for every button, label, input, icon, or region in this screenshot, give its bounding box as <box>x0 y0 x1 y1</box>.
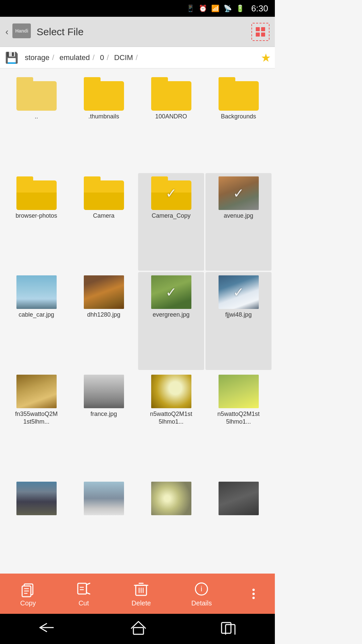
file-item-parent[interactable]: .. <box>3 74 69 172</box>
svg-text:i: i <box>201 585 202 593</box>
status-bar: 📱 ⏰ 📶 📡 🔋 6:30 <box>0 0 275 17</box>
file-item-sun[interactable] <box>138 478 204 568</box>
image-thumbnail <box>16 275 57 309</box>
breadcrumb: 💾 storage emulated 0 DCIM ★ <box>0 47 275 68</box>
home-icon <box>130 620 147 635</box>
recents-icon <box>220 621 238 635</box>
breadcrumb-storage[interactable]: storage <box>22 52 57 63</box>
file-label: .. <box>35 113 38 120</box>
cut-icon <box>76 581 91 597</box>
file-item-fn355[interactable]: fn355wattoQ2M1st5lhm... <box>3 371 69 477</box>
file-label: 100ANDRO <box>155 113 187 120</box>
file-item-browser-photos[interactable]: browser-photos <box>3 173 69 271</box>
file-item-camera[interactable]: Camera <box>71 173 137 271</box>
image-thumbnail: ✓ <box>219 275 259 309</box>
image-thumbnail <box>16 375 57 408</box>
file-item-penguins[interactable] <box>71 478 137 568</box>
svg-line-7 <box>86 593 90 594</box>
delete-label: Delete <box>131 599 151 607</box>
image-thumbnail <box>84 482 124 515</box>
copy-label: Copy <box>20 599 36 607</box>
wifi-icon: 📶 <box>211 4 220 12</box>
grid-icon <box>254 25 267 39</box>
file-label: fn355wattoQ2M1st5lhm... <box>15 410 58 426</box>
svg-rect-20 <box>133 628 143 634</box>
image-thumbnail: ✓ <box>219 176 259 210</box>
image-thumbnail <box>84 375 124 408</box>
folder-open-icon <box>84 176 124 210</box>
file-item-avenue[interactable]: ✓ avenue.jpg <box>205 173 272 271</box>
image-thumbnail <box>84 275 124 309</box>
folder-icon <box>16 77 57 111</box>
file-label: browser-photos <box>15 212 57 220</box>
folder-icon <box>219 77 259 111</box>
file-item-dark[interactable] <box>205 478 272 568</box>
details-button[interactable]: i Details <box>191 581 212 607</box>
more-button[interactable] <box>252 589 255 599</box>
grid-toggle-button[interactable] <box>251 23 269 41</box>
back-button[interactable]: ‹ <box>5 26 8 37</box>
battery-icon: 🔋 <box>236 4 244 12</box>
file-label: n5wattoQ2M1st5lhmo1... <box>149 410 193 426</box>
file-label: Backgrounds <box>221 113 256 120</box>
copy-button[interactable]: Copy <box>20 581 36 607</box>
cut-button[interactable]: Cut <box>76 581 91 607</box>
folder-icon <box>84 77 124 111</box>
file-label: cable_car.jpg <box>18 311 54 319</box>
bottom-toolbar: Copy Cut Delete i Details <box>0 574 275 614</box>
image-thumbnail <box>151 482 191 515</box>
nav-recents-button[interactable] <box>220 621 238 637</box>
file-item-backgrounds[interactable]: Backgrounds <box>205 74 272 172</box>
folder-thumb-label: Handi <box>15 28 28 34</box>
grid-dot <box>256 33 260 37</box>
nav-home-button[interactable] <box>130 620 147 638</box>
file-item-evergreen[interactable]: ✓ evergreen.jpg <box>138 272 204 370</box>
file-grid: .. .thumbnails 100ANDRO Backgrounds brow… <box>0 68 275 574</box>
file-item-road[interactable] <box>3 478 69 568</box>
signal-icon: 📡 <box>224 4 232 12</box>
file-label: n5wattoQ2M1st5lhmo1... <box>217 410 260 426</box>
details-icon: i <box>194 581 209 597</box>
file-item-france[interactable]: france.jpg <box>71 371 137 477</box>
file-label: france.jpg <box>90 410 117 418</box>
file-item-dhh1280[interactable]: dhh1280.jpg <box>71 272 137 370</box>
folder-open-icon <box>16 176 57 210</box>
breadcrumb-0[interactable]: 0 <box>97 52 111 63</box>
file-item-n5watto2[interactable]: n5wattoQ2M1st5lhmo1... <box>205 371 272 477</box>
breadcrumb-emulated[interactable]: emulated <box>57 52 98 63</box>
sd-card-icon: 💾 <box>4 50 19 65</box>
file-label: Camera <box>93 212 114 220</box>
file-item-camera-copy[interactable]: ✓ Camera_Copy <box>138 173 204 271</box>
file-label: dhh1280.jpg <box>87 311 120 319</box>
file-item-100andro[interactable]: 100ANDRO <box>138 74 204 172</box>
image-thumbnail <box>219 482 259 515</box>
grid-dot <box>261 27 265 31</box>
copy-icon <box>21 581 36 597</box>
delete-icon <box>134 581 148 597</box>
status-time: 6:30 <box>251 3 268 14</box>
app-header: ‹ Handi Select File <box>0 17 275 47</box>
nav-back-button[interactable] <box>37 621 57 637</box>
phone-icon: 📱 <box>186 4 195 12</box>
svg-rect-5 <box>78 583 86 594</box>
image-thumbnail: ✓ <box>151 275 191 309</box>
svg-line-6 <box>86 583 90 585</box>
grid-dot <box>261 33 265 37</box>
navigation-bar <box>0 614 275 644</box>
clock-icon: ⏰ <box>199 4 207 12</box>
more-icon <box>252 589 255 599</box>
breadcrumb-dcim[interactable]: DCIM <box>112 52 140 63</box>
image-thumbnail <box>16 482 57 515</box>
image-thumbnail <box>151 375 191 408</box>
details-label: Details <box>191 599 212 607</box>
file-label: fjjwi48.jpg <box>225 311 252 319</box>
file-item-fjjwi48[interactable]: ✓ fjjwi48.jpg <box>205 272 272 370</box>
image-thumbnail <box>219 375 259 408</box>
delete-button[interactable]: Delete <box>131 581 151 607</box>
file-item-cable-car[interactable]: cable_car.jpg <box>3 272 69 370</box>
bookmark-star[interactable]: ★ <box>261 51 271 64</box>
file-label: evergreen.jpg <box>153 311 189 319</box>
file-item-thumbnails[interactable]: .thumbnails <box>71 74 137 172</box>
file-item-n5watto1[interactable]: n5wattoQ2M1st5lhmo1... <box>138 371 204 477</box>
back-icon <box>37 621 57 634</box>
